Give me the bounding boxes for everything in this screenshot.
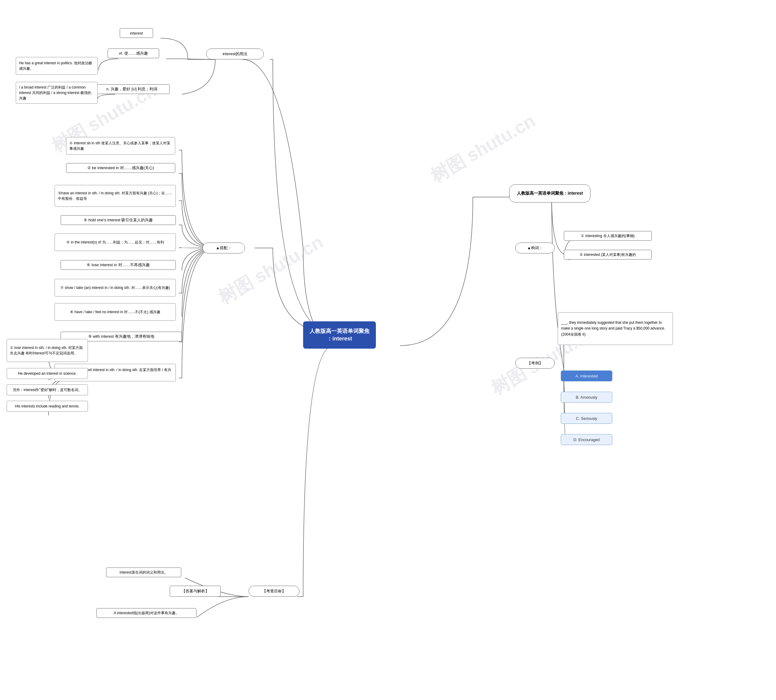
opt-b-label: B. Anxiously: [576, 395, 598, 400]
c7-label: ⑦ show / take (an) interest in / in doin…: [60, 285, 170, 290]
c3-label: ③have an interest in sth. / in doing sth…: [58, 190, 173, 201]
lose-block-label: ① lose interest in sth. / in doing sth. …: [10, 345, 85, 356]
right-panel-label: 人教版高一英语单词聚焦：interest: [517, 191, 583, 196]
c6-label: ⑥ lose interest in 对……不再感兴趣: [87, 262, 150, 268]
broad-interest-label: / a broad interest 广泛的利益 / a common inte…: [19, 85, 94, 101]
g2-node: ② interested (某人对某事)有兴趣的: [564, 250, 652, 260]
interest-top-label: interest: [130, 31, 143, 35]
vt-node: vt. 使……感兴趣: [108, 48, 159, 58]
he-has-node: He has a great interest in politics. 他对政…: [16, 57, 98, 75]
goucihao-node: ▲构词：: [515, 243, 555, 253]
n-label: n. 兴趣，爱好 [U] 利息；利润: [107, 87, 157, 92]
c5-node: ⑤ in the interest(s) of 为……利益；为……起见；对……有…: [55, 233, 176, 251]
c5-label: ⑤ in the interest(s) of 为……利益；为……起见；对……有…: [67, 240, 164, 245]
interest-usage-node: interest的用法: [206, 48, 264, 59]
paisheng-node: interest派生词的词义和用法。: [106, 568, 181, 577]
lingwai-label: 另外：interest作"爱好"解时，是可数名词。: [13, 387, 82, 393]
his-interests-label: His interests include reading and tennis…: [15, 403, 80, 409]
c9-label: ⑨ with interest 有兴趣地，津津有味地: [88, 334, 155, 339]
daan-node: 【答案与解析】: [170, 586, 221, 597]
broad-interest-node: / a broad interest 广泛的利益 / a common inte…: [16, 82, 98, 104]
collocation-node: ▲搭配：: [203, 243, 245, 253]
watermark-3: 树图 shutu.cn: [426, 109, 540, 188]
interest-usage-label: interest的用法: [223, 51, 247, 57]
opt-d-label: D. Encouraged: [573, 437, 600, 442]
center-node: 人教版高一英语单词聚焦 ：interest: [303, 322, 376, 348]
c4-node: ④ hold one's interest 吸引住某人的兴趣: [61, 215, 176, 225]
he-developed-label: He developed an interest in science.: [18, 371, 77, 376]
c2-label: ② be interested in 对……感兴趣(关心): [87, 165, 154, 171]
c4-label: ④ hold one's interest 吸引住某人的兴趣: [84, 217, 153, 223]
g1-node: ① interesting 令人感兴趣的(事物): [564, 231, 652, 241]
opt-d-node[interactable]: D. Encouraged: [561, 434, 612, 445]
lose-block-node: ① lose interest in sth. / in doing sth. …: [7, 339, 88, 362]
exam-text-node: ___, they immediately suggested that she…: [558, 312, 673, 345]
c1-label: ① interest sb in sth 使某人注意、关心或参入某事；使某人对某…: [70, 140, 172, 151]
opt-b-node[interactable]: B. Anxiously: [561, 392, 612, 403]
c1-node: ① interest sb in sth 使某人注意、关心或参入某事；使某人对某…: [66, 137, 175, 155]
center-label: 人教版高一英语单词聚焦 ：interest: [308, 327, 370, 343]
watermark-2: 树图 shutu.cn: [214, 230, 328, 310]
c2-node: ② be interested in 对……感兴趣(关心): [66, 163, 175, 173]
vt-label: vt. 使……感兴趣: [119, 51, 148, 56]
his-interests-node: His interests include reading and tennis…: [7, 401, 88, 412]
kaochamu-node: 【考查目标】: [248, 586, 300, 597]
right-panel-node: 人教版高一英语单词聚焦：interest: [509, 184, 591, 203]
kaolie-node: 【考例】: [515, 358, 555, 368]
exam-text-label: ___, they immediately suggested that she…: [561, 320, 669, 337]
a-interested-label: A interested指(出版商)对这件事有兴趣。: [114, 610, 179, 616]
opt-c-node[interactable]: C. Seriously: [561, 413, 612, 424]
lingwai-node: 另外：interest作"爱好"解时，是可数名词。: [7, 384, 88, 395]
connectors: [0, 0, 776, 700]
goucihao-label: ▲构词：: [527, 245, 543, 251]
a-interested-node: A interested指(出版商)对这件事有兴趣。: [97, 608, 196, 618]
c8-label: ⑧ have / take / feel no interest in 对……不…: [70, 309, 160, 315]
kaolie-label: 【考例】: [527, 360, 543, 366]
opt-a-node[interactable]: A. Interested: [561, 370, 612, 382]
paisheng-label: interest派生词的词义和用法。: [120, 570, 168, 575]
c3-node: ③have an interest in sth. / in doing sth…: [55, 185, 176, 207]
mind-map: 树图 shutu.cn 树图 shutu.cn 树图 shutu.cn 树图 s…: [0, 0, 776, 700]
daan-label: 【答案与解析】: [182, 588, 209, 594]
opt-a-label: A. Interested: [575, 374, 598, 378]
he-developed-node: He developed an interest in science.: [7, 368, 88, 379]
c8-node: ⑧ have / take / feel no interest in 对……不…: [55, 303, 176, 321]
interest-top-node: interest: [120, 28, 153, 38]
n-node: n. 兴趣，爱好 [U] 利息；利润: [94, 84, 170, 94]
he-has-label: He has a great interest in politics. 他对政…: [19, 60, 94, 71]
g1-label: ① interesting 令人感兴趣的(事物): [581, 233, 634, 238]
c7-node: ⑦ show / take (an) interest in / in doin…: [55, 279, 176, 297]
g2-label: ② interested (某人对某事)有兴趣的: [580, 252, 636, 257]
kaochamu-label: 【考查目标】: [262, 588, 286, 594]
collocation-label: ▲搭配：: [216, 245, 231, 251]
opt-c-label: C. Seriously: [576, 416, 597, 421]
c6-node: ⑥ lose interest in 对……不再感兴趣: [61, 260, 176, 270]
